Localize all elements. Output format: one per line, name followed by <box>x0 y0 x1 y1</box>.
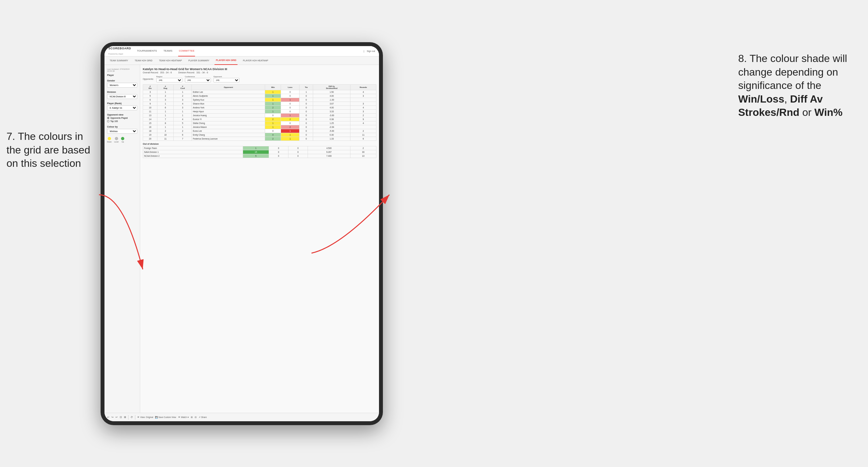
cell-tie: 0 <box>300 137 313 141</box>
subnav-player-summary[interactable]: PLAYER SUMMARY <box>187 57 211 65</box>
cell-win: 5 <box>243 154 269 158</box>
out-of-division-table: Foreign Team 1 0 0 4.500 2 NAIA Division… <box>143 146 376 158</box>
cell-conf: 1 <box>174 125 192 129</box>
cell-div: 6 <box>143 98 157 102</box>
th-loss: Loss <box>281 85 300 90</box>
toolbar-icon2[interactable]: ⊟ <box>195 416 197 418</box>
nav-committee[interactable]: COMMITTEE <box>178 46 195 57</box>
legend-down-text: Down <box>107 141 112 143</box>
cell-rounds: 4 <box>350 106 376 110</box>
table-row: 16 1 1 Jessica Mason 1 2 0 -0.94 <box>143 125 376 129</box>
grid-title: Katelyn Vo Head-to-Head Grid for Women's… <box>143 67 376 71</box>
cell-diff: 1.33 <box>313 137 350 141</box>
toolbar-save-custom[interactable]: 💾 Save Custom View <box>155 416 176 418</box>
cell-win: 4 <box>265 133 281 137</box>
cell-rounds: 2 <box>350 129 376 133</box>
cell-loss: 0 <box>269 150 288 154</box>
cell-div: 20 <box>143 137 157 141</box>
cell-tie: 1 <box>300 90 313 94</box>
nav-tournaments[interactable]: TOURNAMENTS <box>136 46 158 57</box>
cell-loss: 1 <box>281 114 300 118</box>
toolbar-watch[interactable]: 👁 Watch ▾ <box>178 416 189 418</box>
nav-teams[interactable]: TEAMS <box>163 46 173 57</box>
main-data-table: #Div #Reg #Conf Opponent Win Loss Tie Di… <box>143 84 376 141</box>
subnav-team-h2h-heatmap[interactable]: TEAM H2H HEATMAP <box>158 57 183 65</box>
cell-conf: 6 <box>174 133 192 137</box>
subnav-player-h2h-heatmap[interactable]: PLAYER H2H HEATMAP <box>241 57 269 65</box>
cell-loss: 2 <box>281 125 300 129</box>
annotation-left: 7. The colours in the grid are based on … <box>6 130 97 170</box>
cell-rounds: 4 <box>350 90 376 94</box>
cell-opponent: Andrea York <box>192 106 265 110</box>
filter-opponent-select[interactable]: (All) <box>214 78 240 83</box>
th-rounds: Rounds <box>350 85 376 90</box>
filter-region-select[interactable]: (All) <box>156 78 182 83</box>
cell-opponent: Jessica Mason <box>192 125 265 129</box>
toolbar-redo2[interactable]: ↩ <box>116 416 118 418</box>
cell-diff: 3.33 <box>313 110 350 114</box>
sidebar-division-section: Division NCAA Division III <box>107 91 137 99</box>
cell-tie: 0 <box>300 102 313 106</box>
cell-win: 1 <box>265 90 281 94</box>
sidebar-radio-top100[interactable]: Top 100 <box>107 120 137 122</box>
annotation-right-bold1: Win/Loss <box>738 93 784 105</box>
sidebar-opponent-view-section: Opponent view Opponents Played Top 100 <box>107 114 137 122</box>
toolbar-redo1[interactable]: ↪ <box>111 416 114 418</box>
logo-sub: Powered by clippd <box>108 53 123 55</box>
cell-loss: 0 <box>281 106 300 110</box>
sidebar-gender-section: Gender Women's <box>107 80 137 88</box>
legend-up-text: Up <box>122 141 124 143</box>
sidebar-player-rank-select[interactable]: 8. Katelyn Vo <box>107 105 137 110</box>
cell-conf: 1 <box>174 114 192 118</box>
toolbar-icon1[interactable]: ⊞ <box>191 416 193 418</box>
cell-loss: 0 <box>269 154 288 158</box>
sidebar-gender-label: Gender <box>107 80 137 82</box>
bottom-toolbar: ↩ ↪ ↩ ⊡ ⊞ ⏱ 👁 View: Original 💾 Save Cust… <box>104 413 379 421</box>
sidebar-division-select[interactable]: NCAA Division III <box>107 94 137 99</box>
sidebar-colour-by-select[interactable]: Win/loss <box>107 129 137 134</box>
cell-conf: 4 <box>174 102 192 106</box>
toolbar-share[interactable]: ↗ Share <box>198 416 207 418</box>
toolbar-copy[interactable]: ⊞ <box>124 416 126 418</box>
cell-diff: -5.00 <box>313 129 350 133</box>
filter-conference-select[interactable]: (All) <box>185 78 211 83</box>
toolbar-divider1 <box>128 415 128 419</box>
toolbar-view-original[interactable]: 👁 View: Original <box>137 416 153 418</box>
sidebar-radio-opponents-played[interactable]: Opponents Played <box>107 117 137 119</box>
cell-win: 1 <box>265 98 281 102</box>
tablet-frame: SCOREBOARD Powered by clippd TOURNAMENTS… <box>101 42 383 425</box>
cell-reg: 7 <box>157 118 174 121</box>
legend-level-dot <box>115 137 118 140</box>
cell-rounds: 3 <box>350 110 376 114</box>
table-row: 13 1 1 Jessica Huang 0 1 0 -3.00 2 <box>143 114 376 118</box>
cell-diff: 4.00 <box>313 94 350 98</box>
cell-rounds: 11 <box>350 133 376 137</box>
subnav-team-summary[interactable]: TEAM SUMMARY <box>108 57 129 65</box>
toolbar-timer[interactable]: ⏱ <box>130 416 133 418</box>
toolbar-cut[interactable]: ⊡ <box>120 416 122 418</box>
legend-level-text: Level <box>114 141 118 143</box>
sign-out-link[interactable]: Sign out <box>367 50 375 52</box>
filter-region: Region (All) <box>156 75 182 83</box>
app-logo: SCOREBOARD Powered by clippd <box>108 47 136 56</box>
cell-opponent: Alexis Sudjianto <box>192 94 265 98</box>
cell-tie: 0 <box>300 121 313 125</box>
sidebar-opponents-played-label: Opponents Played <box>110 117 127 119</box>
cell-reg: 2 <box>157 129 174 133</box>
cell-opponent: Esther Lee <box>192 90 265 94</box>
th-opponent: Opponent <box>192 85 265 90</box>
cell-tie: 0 <box>300 110 313 114</box>
cell-reg: 8 <box>157 121 174 125</box>
subnav-player-h2h-grid[interactable]: PLAYER H2H GRID <box>215 57 238 65</box>
cell-opponent: Jessica Huang <box>192 114 265 118</box>
cell-tie: 0 <box>300 129 313 133</box>
sidebar-gender-select[interactable]: Women's <box>107 83 137 88</box>
cell-div: 19 <box>143 133 157 137</box>
cell-opponent: Sharon Mun <box>192 102 265 106</box>
subnav-team-h2h-grid[interactable]: TEAM H2H GRID <box>133 57 154 65</box>
toolbar-undo[interactable]: ↩ <box>107 416 110 418</box>
cell-conf: 3 <box>174 106 192 110</box>
right-content: Katelyn Vo Head-to-Head Grid for Women's… <box>140 65 379 413</box>
cell-loss: 0 <box>269 146 288 150</box>
cell-reg: 1 <box>157 102 174 106</box>
